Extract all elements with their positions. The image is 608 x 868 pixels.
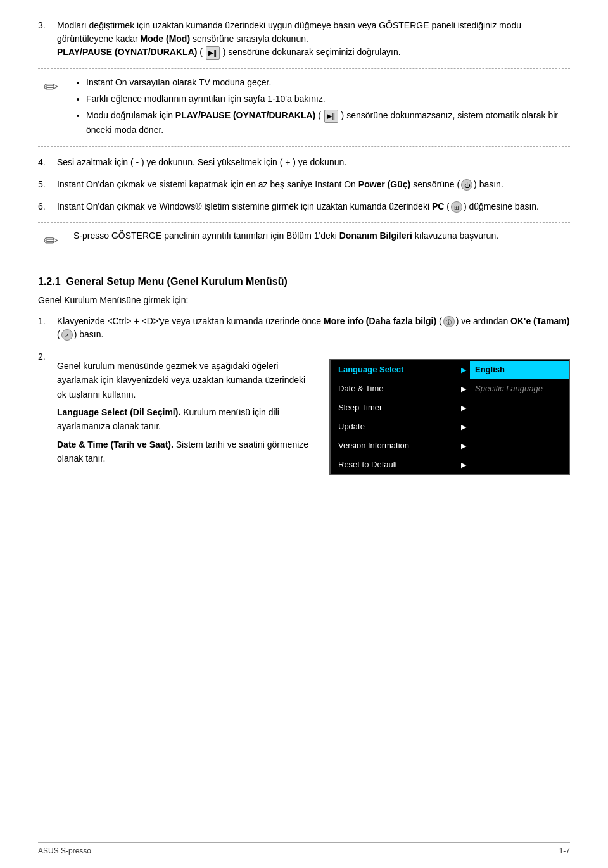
play-pause-icon: ▶‖ bbox=[206, 46, 220, 60]
item-5-number: 5. bbox=[38, 178, 57, 191]
section-item-1-number: 1. bbox=[38, 315, 57, 341]
menu-arrow-reset: ▶ bbox=[457, 460, 470, 470]
right-column: Language Select ▶ English Date & Time ▶ … bbox=[329, 359, 570, 475]
section-item-1-text: Klavyenizde <Ctrl> + <D>'ye veya uzaktan… bbox=[57, 315, 570, 341]
item-4-number: 4. bbox=[38, 156, 57, 169]
menu-arrow-language: ▶ bbox=[457, 365, 470, 375]
date-time-bold: Date & Time (Tarih ve Saat). bbox=[57, 439, 174, 450]
left-para-intro: Genel kurulum menüsünde gezmek ve aşağıd… bbox=[57, 359, 317, 401]
menu-label-datetime: Date & Time bbox=[331, 382, 457, 395]
menu-arrow-datetime: ▶ bbox=[457, 384, 470, 394]
item-6-text: Instant On'dan çıkmak ve Windows® işleti… bbox=[57, 200, 570, 213]
menu-label-reset: Reset to Default bbox=[331, 458, 457, 471]
item-3-text: Modları değiştirmek için uzaktan kumanda… bbox=[57, 19, 570, 60]
menu-screenshot: Language Select ▶ English Date & Time ▶ … bbox=[329, 359, 570, 475]
play-pause-bold-2: PLAY/PAUSE (OYNAT/DURAKLA) bbox=[175, 110, 315, 120]
section-item-2-text: Genel kurulum menüsünde gezmek ve aşağıd… bbox=[57, 350, 570, 475]
footer: ASUS S-presso 1-7 bbox=[38, 842, 570, 855]
menu-value-language: English bbox=[470, 361, 569, 379]
note-2-content: S-presso GÖSTERGE panelinin ayrıntılı ta… bbox=[73, 229, 570, 248]
item-5-text: Instant On'dan çıkmak ve sistemi kapatma… bbox=[57, 178, 570, 191]
note-1-content: Instant On varsayılan olarak TV moduna g… bbox=[73, 75, 570, 140]
item-6: 6. Instant On'dan çıkmak ve Windows® işl… bbox=[38, 200, 570, 213]
section-item-2-number: 2. bbox=[38, 350, 57, 363]
pc-icon: ⊞ bbox=[451, 201, 462, 213]
menu-arrow-update: ▶ bbox=[457, 422, 470, 432]
menu-value-datetime: Specific Language bbox=[470, 382, 569, 395]
note-1-bullet-1: Instant On varsayılan olarak TV moduna g… bbox=[86, 75, 570, 89]
item-6-number: 6. bbox=[38, 200, 57, 213]
ok-icon: ✓ bbox=[61, 329, 73, 341]
main-content: 3. Modları değiştirmek için uzaktan kuma… bbox=[38, 19, 570, 475]
menu-label-version: Version Information bbox=[331, 439, 457, 452]
menu-arrow-sleep: ▶ bbox=[457, 403, 470, 413]
pencil-icon-2: ✏ bbox=[38, 230, 63, 251]
more-info-icon: ⓘ bbox=[443, 316, 455, 327]
menu-row-reset: Reset to Default ▶ bbox=[331, 455, 569, 474]
section-item-2: 2. Genel kurulum menüsünde gezmek ve aşa… bbox=[38, 350, 570, 475]
mode-bold: Mode (Mod) bbox=[141, 34, 191, 44]
note-1-bullet-2: Farklı eğlence modlarının ayrıntıları iç… bbox=[86, 92, 570, 106]
item-4: 4. Sesi azaltmak için ( - ) ye dokunun. … bbox=[38, 156, 570, 169]
section-intro: Genel Kurulum Menüsüne girmek için: bbox=[38, 294, 570, 307]
menu-label-language: Language Select bbox=[331, 363, 457, 376]
item-4-text: Sesi azaltmak için ( - ) ye dokunun. Ses… bbox=[57, 156, 570, 169]
section-heading: 1.2.1 General Setup Menu (Genel Kurulum … bbox=[38, 276, 570, 287]
note-1-bullet-3: Modu doğrulamak için PLAY/PAUSE (OYNAT/D… bbox=[86, 108, 570, 137]
section-item-1: 1. Klavyenizde <Ctrl> + <D>'ye veya uzak… bbox=[38, 315, 570, 341]
play-pause-icon-2: ▶‖ bbox=[324, 110, 338, 123]
menu-label-update: Update bbox=[331, 420, 457, 433]
note-box-1: ✏ Instant On varsayılan olarak TV moduna… bbox=[38, 68, 570, 147]
menu-arrow-version: ▶ bbox=[457, 441, 470, 451]
left-para-datetime: Date & Time (Tarih ve Saat). Sistem tari… bbox=[57, 437, 317, 466]
item-3-number: 3. bbox=[38, 19, 57, 60]
footer-page-number: 1-7 bbox=[559, 846, 570, 855]
menu-row-language: Language Select ▶ English bbox=[331, 360, 569, 379]
note-box-2: ✏ S-presso GÖSTERGE panelinin ayrıntılı … bbox=[38, 222, 570, 258]
two-column-layout: Genel kurulum menüsünde gezmek ve aşağıd… bbox=[57, 359, 570, 475]
left-column: Genel kurulum menüsünde gezmek ve aşağıd… bbox=[57, 359, 317, 475]
donanim-bold: Donanım Bilgileri bbox=[339, 230, 412, 241]
power-bold: Power (Güç) bbox=[358, 179, 410, 189]
note-2-text: S-presso GÖSTERGE panelinin ayrıntılı ta… bbox=[73, 229, 570, 242]
left-para-language: Language Select (Dil Seçimi). Kurulum me… bbox=[57, 405, 317, 434]
menu-row-update: Update ▶ bbox=[331, 417, 569, 436]
item-5: 5. Instant On'dan çıkmak ve sistemi kapa… bbox=[38, 178, 570, 191]
power-icon: ⏻ bbox=[461, 179, 472, 191]
menu-row-sleep: Sleep Timer ▶ bbox=[331, 398, 569, 417]
play-pause-bold: PLAY/PAUSE (OYNAT/DURAKLA) bbox=[57, 47, 197, 57]
menu-row-datetime: Date & Time ▶ Specific Language bbox=[331, 379, 569, 398]
pencil-icon-1: ✏ bbox=[38, 77, 63, 97]
footer-product-name: ASUS S-presso bbox=[38, 846, 91, 855]
menu-row-version: Version Information ▶ bbox=[331, 436, 569, 455]
more-info-bold: More info (Daha fazla bilgi) bbox=[324, 316, 436, 326]
item-3: 3. Modları değiştirmek için uzaktan kuma… bbox=[38, 19, 570, 60]
menu-label-sleep: Sleep Timer bbox=[331, 401, 457, 414]
language-select-bold: Language Select (Dil Seçimi). bbox=[57, 407, 180, 417]
ok-bold: OK'e (Tamam) bbox=[510, 316, 569, 326]
pc-bold: PC bbox=[432, 201, 444, 211]
